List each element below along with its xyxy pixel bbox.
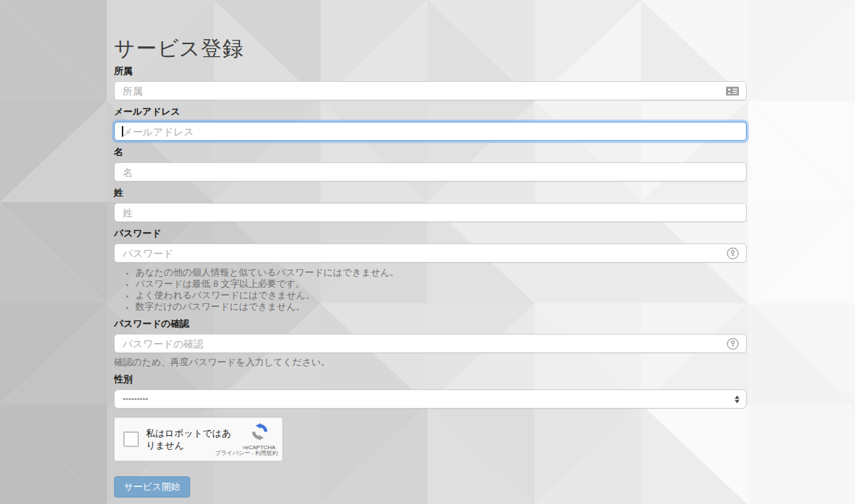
email-label: メールアドレス: [114, 106, 747, 117]
password-key-icon: [727, 247, 739, 259]
registration-form: サービス登録 所属 メールアドレス 名: [0, 0, 747, 498]
password-rule: よく使われるパスワードにはできません。: [135, 290, 747, 301]
page-title: サービス登録: [114, 36, 747, 61]
field-last-name: 姓: [114, 187, 747, 222]
contact-card-icon: [726, 86, 739, 95]
field-email: メールアドレス: [114, 106, 747, 141]
password-rule: 数字だけのパスワードにはできません。: [135, 301, 747, 313]
gender-label: 性別: [114, 374, 747, 385]
email-input[interactable]: [114, 122, 747, 141]
field-affiliation: 所属: [114, 65, 747, 100]
recaptcha-logo-icon: [251, 423, 269, 443]
password-rule: あなたの他の個人情報と似ているパスワードにはできません。: [135, 267, 747, 278]
field-password: パスワード あなたの他の個人情報と似ているパスワードにはできません。 パスワード…: [114, 228, 747, 313]
field-first-name: 名: [114, 147, 747, 182]
password-rule: パスワードは最低 8 文字以上必要です。: [135, 278, 747, 290]
last-name-input[interactable]: [114, 203, 747, 222]
password-input[interactable]: [114, 243, 747, 263]
select-stepper-icon: [735, 395, 740, 403]
field-password-confirm: パスワードの確認 確認のため、再度パスワードを入力してください。: [114, 318, 747, 368]
recaptcha-checkbox[interactable]: [123, 431, 139, 447]
first-name-input[interactable]: [114, 162, 747, 182]
recaptcha-privacy-terms[interactable]: プライバシー - 利用規約: [215, 449, 278, 457]
affiliation-label: 所属: [114, 65, 747, 77]
password-confirm-input[interactable]: [114, 334, 747, 353]
gender-select[interactable]: ---------: [114, 389, 747, 409]
password-confirm-help: 確認のため、再度パスワードを入力してください。: [114, 357, 747, 368]
submit-button[interactable]: サービス開始: [114, 476, 190, 498]
recaptcha-label: 私はロボットではありません: [146, 427, 236, 451]
affiliation-input[interactable]: [114, 81, 747, 100]
password-rules-list: あなたの他の個人情報と似ているパスワードにはできません。 パスワードは最低 8 …: [114, 267, 747, 313]
password-key-icon: [727, 337, 739, 350]
password-label: パスワード: [114, 228, 747, 239]
field-gender: 性別 ---------: [114, 374, 747, 409]
first-name-label: 名: [114, 147, 747, 158]
recaptcha-widget: 私はロボットではありません reCAPTCHA プライバシー - 利用規約: [114, 417, 283, 461]
text-cursor: [122, 126, 123, 137]
password-confirm-label: パスワードの確認: [114, 318, 747, 330]
last-name-label: 姓: [114, 187, 747, 199]
